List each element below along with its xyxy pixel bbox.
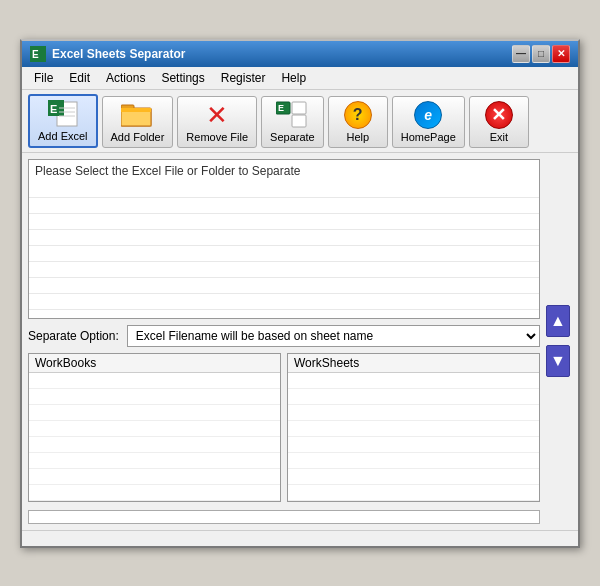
separate-option-select[interactable]: Excel Filename will be based on sheet na…	[127, 325, 540, 347]
workbooks-header: WorkBooks	[29, 354, 280, 373]
file-line	[29, 262, 539, 278]
main-content: Please Select the Excel File or Folder t…	[22, 153, 578, 530]
list-row	[288, 373, 539, 389]
progress-bar-container	[28, 510, 540, 524]
add-excel-label: Add Excel	[38, 130, 88, 142]
homepage-label: HomePage	[401, 131, 456, 143]
list-row	[29, 389, 280, 405]
svg-text:E: E	[278, 103, 284, 113]
exit-icon: ✕	[483, 101, 515, 129]
workbooks-list[interactable]: WorkBooks	[28, 353, 281, 502]
add-folder-icon	[121, 101, 153, 129]
file-list[interactable]: Please Select the Excel File or Folder t…	[28, 159, 540, 319]
title-bar-left: E Excel Sheets Separator	[30, 46, 185, 62]
scroll-down-button[interactable]: ▼	[546, 345, 570, 377]
separate-icon: E	[276, 101, 308, 129]
add-folder-button[interactable]: Add Folder	[102, 96, 174, 148]
list-row	[29, 373, 280, 389]
list-row	[288, 469, 539, 485]
main-area: Please Select the Excel File or Folder t…	[28, 159, 540, 524]
separate-option-row: Separate Option: Excel Filename will be …	[28, 325, 540, 347]
file-list-placeholder: Please Select the Excel File or Folder t…	[29, 160, 539, 182]
help-button[interactable]: ? Help	[328, 96, 388, 148]
file-line	[29, 198, 539, 214]
window-title: Excel Sheets Separator	[52, 47, 185, 61]
list-row	[29, 469, 280, 485]
list-row	[288, 421, 539, 437]
workbooks-rows	[29, 373, 280, 501]
svg-text:E: E	[32, 49, 39, 60]
menu-file[interactable]: File	[26, 69, 61, 87]
menu-settings[interactable]: Settings	[153, 69, 212, 87]
status-bar	[22, 530, 578, 546]
bottom-lists: WorkBooks WorkSheets	[28, 353, 540, 502]
svg-text:E: E	[50, 103, 57, 115]
file-line	[29, 214, 539, 230]
list-row	[29, 453, 280, 469]
menu-edit[interactable]: Edit	[61, 69, 98, 87]
side-arrows: ▲ ▼	[544, 159, 572, 524]
svg-rect-15	[292, 115, 306, 127]
remove-file-icon: ✕	[201, 101, 233, 129]
list-row	[29, 421, 280, 437]
add-excel-button[interactable]: E Add Excel	[28, 94, 98, 148]
list-row	[29, 405, 280, 421]
list-row	[288, 389, 539, 405]
list-row	[288, 485, 539, 501]
list-row	[29, 485, 280, 501]
help-label: Help	[346, 131, 369, 143]
file-line	[29, 278, 539, 294]
app-icon: E	[30, 46, 46, 62]
exit-button[interactable]: ✕ Exit	[469, 96, 529, 148]
menu-help[interactable]: Help	[273, 69, 314, 87]
file-line	[29, 182, 539, 198]
worksheets-list[interactable]: WorkSheets	[287, 353, 540, 502]
toolbar: E Add Excel Add Folder	[22, 90, 578, 153]
worksheets-rows	[288, 373, 539, 501]
file-line	[29, 294, 539, 310]
main-window: E Excel Sheets Separator — □ ✕ File Edit…	[20, 39, 580, 548]
remove-file-label: Remove File	[186, 131, 248, 143]
separate-button[interactable]: E Separate	[261, 96, 324, 148]
list-row	[288, 453, 539, 469]
help-icon: ?	[342, 101, 374, 129]
separate-label: Separate	[270, 131, 315, 143]
title-controls: — □ ✕	[512, 45, 570, 63]
list-row	[288, 405, 539, 421]
menu-bar: File Edit Actions Settings Register Help	[22, 67, 578, 90]
svg-rect-11	[121, 108, 151, 112]
maximize-button[interactable]: □	[532, 45, 550, 63]
homepage-button[interactable]: e HomePage	[392, 96, 465, 148]
minimize-button[interactable]: —	[512, 45, 530, 63]
title-bar: E Excel Sheets Separator — □ ✕	[22, 41, 578, 67]
exit-label: Exit	[490, 131, 508, 143]
svg-rect-14	[292, 102, 306, 114]
separate-option-label: Separate Option:	[28, 329, 119, 343]
x-icon: ✕	[206, 102, 228, 128]
menu-register[interactable]: Register	[213, 69, 274, 87]
add-excel-icon: E	[47, 100, 79, 128]
worksheets-header: WorkSheets	[288, 354, 539, 373]
remove-file-button[interactable]: ✕ Remove File	[177, 96, 257, 148]
close-button[interactable]: ✕	[552, 45, 570, 63]
file-list-lines	[29, 182, 539, 310]
file-line	[29, 246, 539, 262]
list-row	[29, 437, 280, 453]
homepage-icon: e	[412, 101, 444, 129]
menu-actions[interactable]: Actions	[98, 69, 153, 87]
add-folder-label: Add Folder	[111, 131, 165, 143]
file-line	[29, 230, 539, 246]
scroll-up-button[interactable]: ▲	[546, 305, 570, 337]
list-row	[288, 437, 539, 453]
